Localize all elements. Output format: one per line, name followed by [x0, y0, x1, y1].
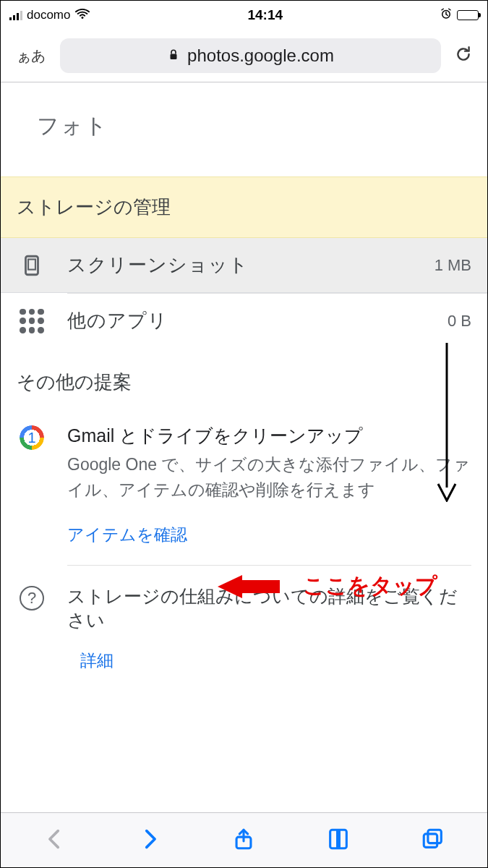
annotation-tap-here-text: ここをタップ — [303, 571, 437, 601]
storage-management-banner[interactable]: ストレージの管理 — [1, 176, 487, 238]
wifi-icon — [74, 6, 90, 25]
screenshots-size: 1 MB — [435, 256, 471, 275]
svg-rect-2 — [171, 54, 177, 60]
cleanup-suggestion: 1 Gmail とドライブをクリーンアップ Google One で、サイズの大… — [17, 417, 471, 565]
other-apps-size: 0 B — [448, 312, 471, 331]
reload-button[interactable] — [448, 41, 479, 71]
status-time: 14:14 — [247, 7, 283, 23]
details-link[interactable]: 詳細 — [80, 650, 471, 672]
bookmarks-button[interactable] — [326, 827, 351, 854]
share-button[interactable] — [231, 827, 256, 854]
photos-app-header: フォト — [1, 97, 487, 155]
text-size-button[interactable]: ぁあ — [9, 42, 53, 70]
review-items-link[interactable]: アイテムを確認 — [67, 524, 471, 546]
photos-title: フォト — [37, 111, 396, 141]
svg-point-0 — [82, 17, 84, 19]
annotation-down-arrow-icon — [432, 343, 461, 505]
address-pill[interactable]: photos.google.com — [60, 38, 441, 73]
annotation-left-arrow-icon — [218, 575, 242, 598]
annotation-tap-here: ここをタップ — [218, 571, 437, 601]
safari-bottom-toolbar — [1, 812, 487, 867]
screenshot-icon — [17, 253, 47, 278]
screenshots-row[interactable]: スクリーンショット 1 MB — [1, 238, 487, 293]
tabs-button[interactable] — [421, 827, 445, 854]
help-icon: ? — [20, 586, 44, 610]
alarm-icon — [440, 7, 453, 24]
other-apps-label: 他のアプリ — [67, 308, 427, 333]
google-one-icon: 1 — [20, 425, 44, 450]
page-content: フォト ストレージの管理 スクリーンショット 1 MB 他のアプリ — [1, 82, 487, 812]
forward-button[interactable] — [137, 827, 162, 854]
svg-rect-8 — [28, 259, 35, 269]
url-text: photos.google.com — [187, 46, 334, 66]
battery-icon — [457, 10, 479, 20]
svg-rect-12 — [424, 833, 437, 846]
apps-grid-icon — [17, 309, 47, 333]
carrier-label: docomo — [27, 8, 70, 22]
ios-status-bar: docomo 14:14 — [1, 1, 487, 30]
cleanup-title: Gmail とドライブをクリーンアップ — [67, 424, 471, 448]
cleanup-description: Google One で、サイズの大きな添付ファイル、ファイル、アイテムの確認や… — [67, 452, 471, 502]
cellular-signal-icon — [9, 10, 22, 20]
safari-address-bar: ぁあ photos.google.com — [1, 30, 487, 82]
svg-rect-11 — [428, 830, 441, 843]
back-button[interactable] — [43, 827, 67, 854]
other-suggestions-section: その他の提案 1 Gmail とドライブをクリーンアップ Google One … — [1, 348, 487, 698]
screenshots-label: スクリーンショット — [67, 252, 414, 278]
other-suggestions-title: その他の提案 — [17, 370, 471, 395]
storage-management-label: ストレージの管理 — [17, 196, 171, 218]
lock-icon — [167, 46, 180, 66]
other-apps-row[interactable]: 他のアプリ 0 B — [1, 294, 487, 348]
